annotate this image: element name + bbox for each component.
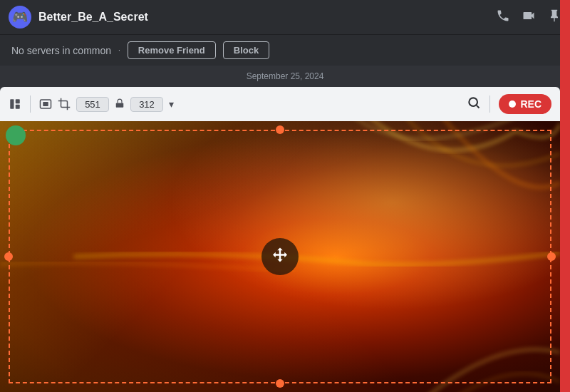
no-servers-text: No servers in common <box>11 45 111 56</box>
dot-separator: · <box>118 46 120 54</box>
rec-button[interactable]: REC <box>499 94 551 114</box>
handle-right[interactable] <box>547 252 556 261</box>
crop-icon[interactable] <box>58 98 71 110</box>
title-bar: 🎮 Better_Be_A_Secret <box>0 0 570 34</box>
pin-icon[interactable] <box>547 9 561 26</box>
handle-top[interactable] <box>276 125 284 134</box>
friend-toolbar: No servers in common · Remove Friend Blo… <box>0 34 570 66</box>
toolbar-divider-2 <box>489 96 490 113</box>
date-separator: September 25, 2024 <box>0 66 570 84</box>
screenshare-content <box>0 121 560 392</box>
capture-icon[interactable] <box>39 98 52 110</box>
video-icon[interactable] <box>522 9 536 26</box>
stream-layout-icon[interactable] <box>9 98 21 110</box>
handle-left[interactable] <box>4 252 13 261</box>
phone-icon[interactable] <box>496 9 510 26</box>
screenshare-toolbar: ▾ REC <box>0 87 560 121</box>
svg-point-6 <box>470 98 478 106</box>
content-area: ▾ REC <box>0 87 570 392</box>
rec-label: REC <box>520 98 542 110</box>
width-input-group <box>76 97 109 112</box>
remove-friend-button[interactable]: Remove Friend <box>128 41 216 59</box>
height-input[interactable] <box>130 97 163 112</box>
height-input-group <box>130 97 163 112</box>
toolbar-divider-1 <box>30 96 31 113</box>
width-input[interactable] <box>76 97 109 112</box>
svg-rect-5 <box>116 103 124 107</box>
title-username: Better_Be_A_Secret <box>38 11 489 24</box>
user-avatar <box>6 125 26 145</box>
search-icon[interactable] <box>467 96 481 113</box>
svg-rect-4 <box>43 102 48 106</box>
svg-rect-1 <box>16 99 20 103</box>
handle-bottom[interactable] <box>276 379 284 388</box>
discord-logo: 🎮 <box>9 6 31 29</box>
date-text: September 25, 2024 <box>247 71 324 81</box>
svg-rect-2 <box>16 105 20 109</box>
move-icon[interactable] <box>261 238 299 275</box>
dropdown-arrow-icon[interactable]: ▾ <box>169 98 174 110</box>
rec-dot <box>509 100 516 108</box>
title-icons <box>496 9 561 26</box>
svg-rect-0 <box>10 99 14 109</box>
lock-icon[interactable] <box>115 98 125 110</box>
block-button[interactable]: Block <box>223 41 269 59</box>
svg-line-7 <box>477 105 480 108</box>
